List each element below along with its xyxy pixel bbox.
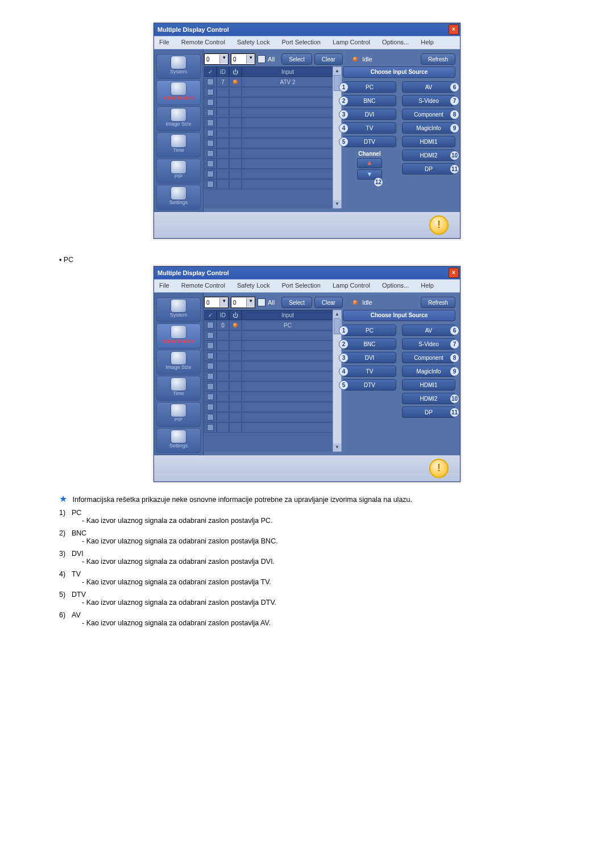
panel-header: Choose Input Source	[343, 67, 455, 78]
sidebar-image-size[interactable]: Image Size	[156, 106, 201, 131]
menu-port[interactable]: Port Selection	[276, 36, 325, 48]
menu-remote[interactable]: Remote Control	[176, 280, 230, 291]
imagesize-icon	[171, 109, 186, 121]
scroll-up-icon[interactable]: ▲	[333, 67, 341, 75]
src-hdmi2[interactable]: HDMI210	[402, 149, 455, 161]
src-dtv[interactable]: 5DTV	[343, 136, 396, 147]
menu-options[interactable]: Options...	[377, 36, 414, 48]
sidebar-time[interactable]: Time	[156, 132, 201, 157]
row-check[interactable]	[207, 78, 214, 85]
settings-icon	[171, 187, 186, 200]
close-icon[interactable]: ×	[449, 24, 459, 35]
warning-icon: !	[429, 215, 449, 235]
channel-label: Channel	[343, 151, 396, 157]
idle-led-icon	[353, 57, 358, 61]
sidebar-image-size[interactable]: Image Size	[156, 350, 201, 375]
sidebar-system[interactable]: System	[156, 297, 201, 322]
menu-port[interactable]: Port Selection	[276, 280, 325, 291]
legend-item: 6)AV- Kao izvor ulaznog signala za odabr…	[59, 611, 555, 627]
col-power-icon: ⏻	[229, 67, 242, 77]
src-bnc[interactable]: 2BNC	[343, 95, 396, 106]
scroll-down-icon[interactable]: ▼	[333, 200, 341, 208]
power-led-icon	[233, 80, 238, 84]
refresh-button[interactable]: Refresh	[421, 297, 455, 308]
chevron-down-icon: ▾	[246, 55, 255, 64]
list-row	[204, 148, 334, 159]
menu-safety[interactable]: Safety Lock	[232, 280, 275, 291]
menu-options[interactable]: Options...	[377, 280, 414, 291]
menu-safety[interactable]: Safety Lock	[232, 36, 275, 48]
chevron-down-icon: ▾	[219, 55, 228, 64]
legend: ★ Informacijska rešetka prikazuje neke o…	[59, 493, 555, 627]
system-icon	[171, 56, 186, 69]
sidebar-pip[interactable]: PIP	[156, 402, 201, 427]
dropdown-1[interactable]: 0▾	[204, 53, 229, 65]
clear-button[interactable]: Clear	[314, 53, 343, 65]
src-hdmi1[interactable]: HDMI1	[402, 136, 455, 147]
sidebar-pip[interactable]: PIP	[156, 159, 201, 184]
src-hdmi1[interactable]: HDMI1	[402, 379, 455, 391]
src-dvi[interactable]: 3DVI	[343, 352, 396, 363]
dropdown-2[interactable]: 0▾	[231, 297, 255, 308]
src-tv[interactable]: 4TV	[343, 366, 396, 377]
sidebar: System Input Source Image Size Time PIP …	[154, 49, 204, 212]
sidebar-input-source[interactable]: Input Source	[156, 323, 201, 348]
sidebar-system[interactable]: System	[156, 54, 201, 79]
sidebar-time[interactable]: Time	[156, 376, 201, 401]
src-bnc[interactable]: 2BNC	[343, 338, 396, 350]
src-component[interactable]: Component8	[402, 109, 455, 120]
col-check: ✓	[204, 67, 217, 77]
src-dtv[interactable]: 5DTV	[343, 379, 396, 391]
clear-button[interactable]: Clear	[314, 297, 343, 308]
close-icon[interactable]: ×	[449, 268, 459, 278]
status-tray: !	[154, 455, 460, 481]
toolbar: 0▾ 0▾ All Select Clear Idle Refresh	[204, 296, 455, 309]
src-svideo[interactable]: S-Video7	[402, 95, 455, 106]
select-button[interactable]: Select	[281, 297, 312, 308]
src-tv[interactable]: 4TV	[343, 122, 396, 134]
src-svideo[interactable]: S-Video7	[402, 338, 455, 350]
menu-lamp[interactable]: Lamp Control	[327, 36, 375, 48]
src-dvi[interactable]: 3DVI	[343, 109, 396, 120]
legend-item: 5)DTV- Kao izvor ulaznog signala za odab…	[59, 591, 555, 607]
list-row[interactable]: 7 ATV 2	[204, 77, 334, 87]
menu-file[interactable]: File	[154, 36, 175, 48]
refresh-button[interactable]: Refresh	[421, 53, 455, 65]
idle-led-icon	[353, 300, 358, 305]
all-checkbox[interactable]	[258, 55, 265, 63]
app-body: 0▾ 0▾ All Select Clear Idle Refresh Syst…	[154, 293, 460, 481]
menu-remote[interactable]: Remote Control	[176, 36, 230, 48]
dropdown-2[interactable]: 0▾	[231, 53, 255, 65]
list-row	[204, 169, 334, 179]
src-pc[interactable]: 1PC	[343, 325, 396, 336]
src-hdmi2[interactable]: HDMI210	[402, 393, 455, 404]
list-row	[204, 107, 334, 118]
src-av[interactable]: AV6	[402, 81, 455, 93]
src-dp[interactable]: DP11	[402, 163, 455, 175]
menu-lamp[interactable]: Lamp Control	[327, 280, 375, 291]
menubar: File Remote Control Safety Lock Port Sel…	[154, 279, 460, 293]
idle-label: Idle	[362, 56, 372, 63]
page: Multiple Display Control × File Remote C…	[0, 0, 614, 654]
menu-help[interactable]: Help	[416, 280, 439, 291]
src-pc[interactable]: 1PC	[343, 81, 396, 93]
sidebar-settings[interactable]: Settings	[156, 428, 201, 453]
legend-item: 1)PC- Kao izvor ulaznog signala za odabr…	[59, 509, 555, 525]
all-checkbox[interactable]	[258, 298, 265, 306]
src-magicinfo[interactable]: MagicInfo9	[402, 366, 455, 377]
list-row	[204, 87, 334, 97]
select-button[interactable]: Select	[281, 53, 312, 65]
list-row[interactable]: 0 PC	[204, 320, 334, 330]
menu-file[interactable]: File	[154, 280, 175, 291]
src-component[interactable]: Component8	[402, 352, 455, 363]
src-magicinfo[interactable]: MagicInfo9	[402, 122, 455, 134]
channel-up[interactable]: ▲	[357, 158, 382, 168]
dropdown-1[interactable]: 0▾	[204, 297, 229, 308]
src-dp[interactable]: DP11	[402, 406, 455, 418]
sidebar-settings[interactable]: Settings	[156, 185, 201, 210]
legend-item: 4)TV- Kao izvor ulaznog signala za odabr…	[59, 570, 555, 586]
sidebar-input-source[interactable]: Input Source	[156, 80, 201, 105]
src-av[interactable]: AV6	[402, 325, 455, 336]
window-title: Multiple Display Control	[157, 269, 229, 276]
menu-help[interactable]: Help	[416, 36, 439, 48]
